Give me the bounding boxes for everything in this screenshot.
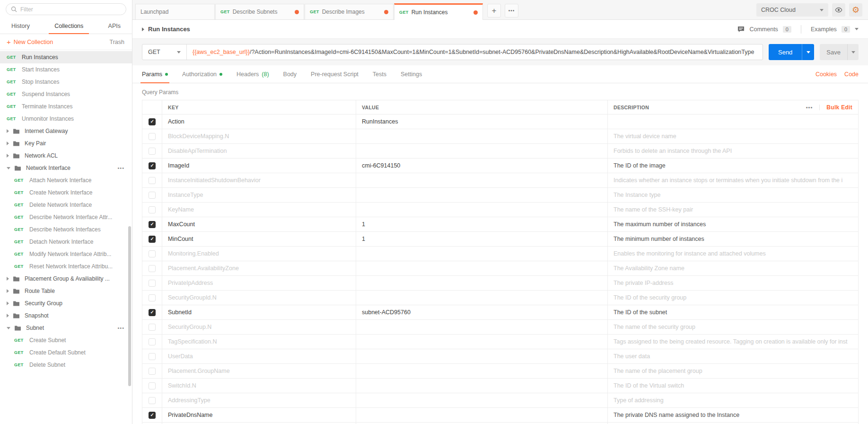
- param-value[interactable]: [356, 408, 608, 422]
- sidebar-request-create-subnet[interactable]: GETCreate Subnet: [0, 334, 132, 346]
- sidebar-folder-snapshot[interactable]: Snapshot: [0, 309, 132, 322]
- param-value[interactable]: subnet-ACD95760: [356, 305, 608, 319]
- param-key[interactable]: SubnetId: [162, 305, 356, 319]
- sidebar-folder-subnet[interactable]: Subnet•••: [0, 322, 132, 334]
- url-input[interactable]: {{aws_ec2_base_url}}/?Action=RunInstance…: [187, 49, 763, 55]
- param-checkbox[interactable]: [149, 397, 156, 404]
- param-description[interactable]: The ID of the subnet: [608, 305, 858, 319]
- param-key[interactable]: AddressingType: [162, 393, 356, 407]
- tab-body[interactable]: Body: [283, 65, 297, 83]
- sidebar-request-start-instances[interactable]: GETStart Instances: [0, 63, 132, 76]
- param-value[interactable]: [356, 393, 608, 407]
- param-value[interactable]: [356, 188, 608, 202]
- open-tab-run-instances[interactable]: GETRun Instances: [394, 3, 483, 20]
- cookies-link[interactable]: Cookies: [815, 71, 837, 78]
- open-tab-launchpad[interactable]: Launchpad: [135, 4, 215, 19]
- param-checkbox[interactable]: [149, 309, 156, 316]
- sidebar-request-unmonitor-instances[interactable]: GETUnmonitor Instances: [0, 113, 132, 125]
- save-options-button[interactable]: [847, 44, 859, 60]
- caret-right-icon[interactable]: [7, 301, 9, 305]
- caret-right-icon[interactable]: [7, 314, 9, 318]
- param-key[interactable]: Placement.AvailabilityZone: [162, 261, 356, 275]
- comments-button[interactable]: Comments: [749, 26, 778, 33]
- param-key[interactable]: PrivateDnsName: [162, 408, 356, 422]
- param-key[interactable]: MinCount: [162, 232, 356, 246]
- param-checkbox[interactable]: [149, 177, 156, 184]
- param-description[interactable]: Type of addressing: [608, 393, 858, 407]
- code-link[interactable]: Code: [844, 71, 859, 78]
- bulk-edit-link[interactable]: Bulk Edit: [820, 104, 852, 111]
- sidebar-folder-network-acl[interactable]: Network ACL: [0, 150, 132, 162]
- param-checkbox[interactable]: [149, 338, 156, 345]
- param-description[interactable]: The ID of the security group: [608, 291, 858, 305]
- param-description[interactable]: The maximum number of instances: [608, 217, 858, 231]
- param-checkbox[interactable]: [149, 280, 156, 287]
- sidebar-tab-apis[interactable]: APIs: [102, 18, 127, 34]
- tab-pre-request-script[interactable]: Pre-request Script: [311, 65, 359, 83]
- param-checkbox[interactable]: [149, 118, 156, 125]
- param-value[interactable]: [356, 364, 608, 378]
- workspace-selector[interactable]: CROC Cloud: [756, 3, 828, 17]
- param-key[interactable]: TagSpecification.N: [162, 335, 356, 349]
- param-description[interactable]: Indicates whether an instance stops or t…: [608, 173, 858, 187]
- param-checkbox[interactable]: [149, 353, 156, 360]
- param-description[interactable]: The Instance type: [608, 188, 858, 202]
- sidebar-folder-placement-group-availiability[interactable]: Placement Group & Availiability ...: [0, 273, 132, 285]
- param-key[interactable]: SecurityGroupId.N: [162, 291, 356, 305]
- folder-menu-button[interactable]: •••: [117, 325, 124, 331]
- caret-right-icon[interactable]: [7, 277, 9, 281]
- sidebar-request-create-network-interface[interactable]: GETCreate Network Interface: [0, 186, 132, 199]
- sidebar-folder-security-group[interactable]: Security Group: [0, 297, 132, 309]
- param-description[interactable]: The ID of the image: [608, 159, 858, 173]
- param-checkbox[interactable]: [149, 133, 156, 140]
- param-key[interactable]: PrivateIpAddress: [162, 276, 356, 290]
- sidebar-request-attach-network-interface[interactable]: GETAttach Network Interface: [0, 174, 132, 186]
- tab-headers[interactable]: Headers(8): [237, 65, 269, 83]
- param-value[interactable]: [356, 144, 608, 158]
- param-description[interactable]: The name of the placement group: [608, 364, 858, 378]
- sidebar-request-stop-instances[interactable]: GETStop Instances: [0, 76, 132, 88]
- sidebar-request-detach-network-interface[interactable]: GETDetach Network Interface: [0, 236, 132, 248]
- param-value[interactable]: [356, 261, 608, 275]
- open-tab-describe-subnets[interactable]: GETDescribe Subnets: [215, 4, 304, 19]
- param-description[interactable]: The private IP-address: [608, 276, 858, 290]
- sidebar-folder-internet-gateway[interactable]: Internet Gateway: [0, 125, 132, 137]
- param-key[interactable]: DisableApiTermination: [162, 144, 356, 158]
- param-key[interactable]: InstanceType: [162, 188, 356, 202]
- save-button[interactable]: Save: [820, 44, 847, 60]
- tab-authorization[interactable]: Authorization: [182, 65, 222, 83]
- param-description[interactable]: The minimum number of instances: [608, 232, 858, 246]
- param-value[interactable]: [356, 203, 608, 217]
- sidebar-request-delete-subnet[interactable]: GETDelete Subnet: [0, 359, 132, 371]
- param-description[interactable]: The Availability Zone name: [608, 261, 858, 275]
- param-checkbox[interactable]: [149, 412, 156, 419]
- workspace-visibility-button[interactable]: [832, 3, 845, 17]
- filter-input[interactable]: [20, 6, 121, 13]
- param-checkbox[interactable]: [149, 324, 156, 331]
- filter-box[interactable]: [6, 3, 126, 15]
- open-new-tab-button[interactable]: +: [487, 4, 501, 18]
- param-value[interactable]: [356, 129, 608, 143]
- param-key[interactable]: KeyName: [162, 203, 356, 217]
- param-key[interactable]: MaxCount: [162, 217, 356, 231]
- param-description[interactable]: [608, 115, 858, 129]
- param-checkbox[interactable]: [149, 294, 156, 301]
- method-dropdown[interactable]: GET: [142, 44, 187, 60]
- param-checkbox[interactable]: [149, 382, 156, 389]
- param-value[interactable]: [356, 379, 608, 393]
- param-checkbox[interactable]: [149, 148, 156, 155]
- sidebar-folder-network-interface[interactable]: Network Interface•••: [0, 162, 132, 174]
- param-checkbox[interactable]: [149, 162, 156, 169]
- param-description[interactable]: Tags assigned to the being created resou…: [608, 335, 858, 349]
- param-key[interactable]: Action: [162, 115, 356, 129]
- sidebar-folder-key-pair[interactable]: Key Pair: [0, 137, 132, 150]
- caret-right-icon[interactable]: [7, 154, 9, 158]
- param-value[interactable]: [356, 349, 608, 363]
- param-description[interactable]: Enables the monitoring for instance and …: [608, 247, 858, 261]
- chevron-down-icon[interactable]: [855, 28, 859, 30]
- param-key[interactable]: InstanceInitiatedShutdownBehavior: [162, 173, 356, 187]
- caret-right-icon[interactable]: [7, 129, 9, 133]
- sidebar-request-run-instances[interactable]: GETRun Instances: [0, 51, 132, 63]
- param-checkbox[interactable]: [149, 250, 156, 257]
- tab-params[interactable]: Params: [142, 65, 168, 83]
